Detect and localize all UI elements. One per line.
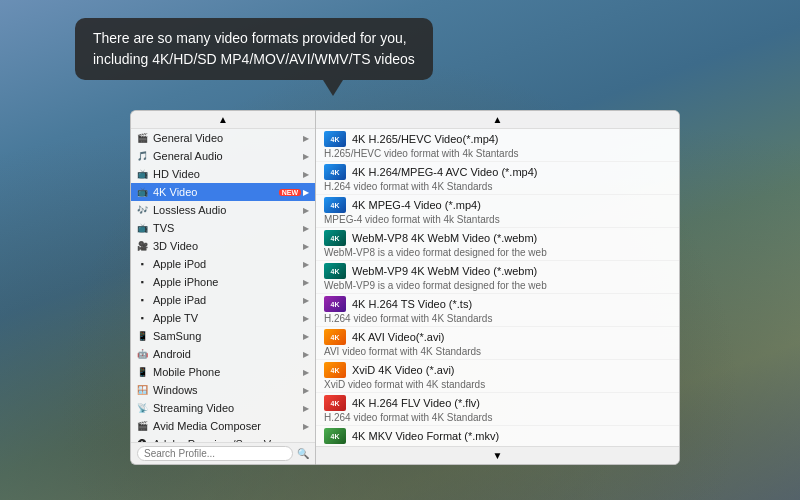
- thumbnail-flv: 4K: [324, 395, 346, 411]
- left-item-samsung[interactable]: 📱SamSung▶: [131, 327, 315, 345]
- right-item-title-row-h265: 4K4K H.265/HEVC Video(*.mp4): [324, 131, 671, 147]
- thumbnail-avi: 4K: [324, 329, 346, 345]
- thumbnail-ts: 4K: [324, 296, 346, 312]
- right-item-title-row-mkv: 4K4K MKV Video Format (*.mkv): [324, 428, 671, 444]
- right-item-title-webm-vp8: WebM-VP8 4K WebM Video (*.webm): [352, 232, 537, 244]
- arrow-icon-apple-ipad: ▶: [303, 296, 309, 305]
- up-chevron-right-icon: ▲: [493, 114, 503, 125]
- search-icon: 🔍: [297, 448, 309, 459]
- film-icon: 🎬: [135, 131, 149, 145]
- right-item-title-row-ts: 4K4K H.264 TS Video (*.ts): [324, 296, 671, 312]
- right-item-title-h265: 4K H.265/HEVC Video(*.mp4): [352, 133, 499, 145]
- right-item-webm-vp9[interactable]: 4KWebM-VP9 4K WebM Video (*.webm)WebM-VP…: [316, 261, 679, 294]
- avid-icon: 🎬: [135, 419, 149, 433]
- left-item-adobe[interactable]: 🅐Adobe Premiere/Sony Vegas▶: [131, 435, 315, 442]
- left-item-label-4k-video: 4K Video: [153, 186, 276, 198]
- right-item-desc-avi: AVI video format with 4K Standards: [324, 346, 671, 357]
- arrow-icon-hd-video: ▶: [303, 170, 309, 179]
- left-panel: ▲ 🎬General Video▶🎵General Audio▶📺HD Vide…: [130, 110, 315, 465]
- search-bar: 🔍: [131, 442, 315, 464]
- tooltip-bubble: There are so many video formats provided…: [75, 18, 433, 80]
- right-item-title-row-webm-vp9: 4KWebM-VP9 4K WebM Video (*.webm): [324, 263, 671, 279]
- apple-icon: ▪: [135, 311, 149, 325]
- left-item-general-video[interactable]: 🎬General Video▶: [131, 129, 315, 147]
- arrow-icon-android: ▶: [303, 350, 309, 359]
- android-icon: 🤖: [135, 347, 149, 361]
- right-item-ts[interactable]: 4K4K H.264 TS Video (*.ts)H.264 video fo…: [316, 294, 679, 327]
- right-panel-items: 4K4K H.265/HEVC Video(*.mp4)H.265/HEVC v…: [316, 129, 679, 446]
- left-item-label-lossless-audio: Lossless Audio: [153, 204, 301, 216]
- left-item-apple-tv[interactable]: ▪Apple TV▶: [131, 309, 315, 327]
- left-item-label-apple-tv: Apple TV: [153, 312, 301, 324]
- windows-icon: 🪟: [135, 383, 149, 397]
- thumbnail-webm-vp8: 4K: [324, 230, 346, 246]
- arrow-icon-4k-video: ▶: [303, 188, 309, 197]
- right-item-avi[interactable]: 4K4K AVI Video(*.avi)AVI video format wi…: [316, 327, 679, 360]
- arrow-icon-general-video: ▶: [303, 134, 309, 143]
- samsung-icon: 📱: [135, 329, 149, 343]
- left-item-apple-ipad[interactable]: ▪Apple iPad▶: [131, 291, 315, 309]
- right-item-desc-mpeg4: MPEG-4 video format with 4k Stantards: [324, 214, 671, 225]
- left-item-label-tvs: TVS: [153, 222, 301, 234]
- down-chevron-right-icon: ▼: [493, 450, 503, 461]
- arrow-icon-samsung: ▶: [303, 332, 309, 341]
- left-item-label-general-video: General Video: [153, 132, 301, 144]
- left-item-general-audio[interactable]: 🎵General Audio▶: [131, 147, 315, 165]
- right-item-title-row-webm-vp8: 4KWebM-VP8 4K WebM Video (*.webm): [324, 230, 671, 246]
- up-chevron-icon: ▲: [218, 114, 228, 125]
- right-item-webm-vp8[interactable]: 4KWebM-VP8 4K WebM Video (*.webm)WebM-VP…: [316, 228, 679, 261]
- left-item-lossless-audio[interactable]: 🎶Lossless Audio▶: [131, 201, 315, 219]
- right-item-h265[interactable]: 4K4K H.265/HEVC Video(*.mp4)H.265/HEVC v…: [316, 129, 679, 162]
- thumbnail-webm-vp9: 4K: [324, 263, 346, 279]
- right-item-desc-ts: H.264 video format with 4K Standards: [324, 313, 671, 324]
- left-item-mobile-phone[interactable]: 📱Mobile Phone▶: [131, 363, 315, 381]
- arrow-icon-avid: ▶: [303, 422, 309, 431]
- left-item-label-3d-video: 3D Video: [153, 240, 301, 252]
- left-item-hd-video[interactable]: 📺HD Video▶: [131, 165, 315, 183]
- left-item-apple-iphone[interactable]: ▪Apple iPhone▶: [131, 273, 315, 291]
- arrow-icon-adobe: ▶: [303, 440, 309, 443]
- apple-icon: ▪: [135, 257, 149, 271]
- phone-icon: 📱: [135, 365, 149, 379]
- arrow-icon-apple-tv: ▶: [303, 314, 309, 323]
- search-input[interactable]: [137, 446, 293, 461]
- left-item-tvs[interactable]: 📺TVS▶: [131, 219, 315, 237]
- left-item-apple-ipod[interactable]: ▪Apple iPod▶: [131, 255, 315, 273]
- left-scroll-up[interactable]: ▲: [131, 111, 315, 129]
- left-item-streaming-video[interactable]: 📡Streaming Video▶: [131, 399, 315, 417]
- left-item-label-hd-video: HD Video: [153, 168, 301, 180]
- stream-icon: 📡: [135, 401, 149, 415]
- right-item-mpeg4[interactable]: 4K4K MPEG-4 Video (*.mp4)MPEG-4 video fo…: [316, 195, 679, 228]
- left-item-label-adobe: Adobe Premiere/Sony Vegas: [153, 438, 301, 442]
- right-item-desc-flv: H.264 video format with 4K Standards: [324, 412, 671, 423]
- right-item-desc-h264-avc: H.264 video format with 4K Standards: [324, 181, 671, 192]
- right-item-title-avi: 4K AVI Video(*.avi): [352, 331, 445, 343]
- right-scroll-down[interactable]: ▼: [316, 446, 679, 464]
- left-item-label-avid: Avid Media Composer: [153, 420, 301, 432]
- right-item-title-xvid: XviD 4K Video (*.avi): [352, 364, 455, 376]
- left-item-4k-video[interactable]: 📺4K VideoNEW▶: [131, 183, 315, 201]
- arrow-icon-3d-video: ▶: [303, 242, 309, 251]
- left-item-windows[interactable]: 🪟Windows▶: [131, 381, 315, 399]
- right-item-title-row-h264-avc: 4K4K H.264/MPEG-4 AVC Video (*.mp4): [324, 164, 671, 180]
- thumbnail-h265: 4K: [324, 131, 346, 147]
- thumbnail-xvid: 4K: [324, 362, 346, 378]
- right-item-h264-avc[interactable]: 4K4K H.264/MPEG-4 AVC Video (*.mp4)H.264…: [316, 162, 679, 195]
- right-item-flv[interactable]: 4K4K H.264 FLV Video (*.flv)H.264 video …: [316, 393, 679, 426]
- left-item-label-apple-iphone: Apple iPhone: [153, 276, 301, 288]
- left-item-label-apple-ipad: Apple iPad: [153, 294, 301, 306]
- right-item-xvid[interactable]: 4KXviD 4K Video (*.avi)XviD video format…: [316, 360, 679, 393]
- thumbnail-mkv: 4K: [324, 428, 346, 444]
- left-item-avid[interactable]: 🎬Avid Media Composer▶: [131, 417, 315, 435]
- arrow-icon-lossless-audio: ▶: [303, 206, 309, 215]
- left-item-label-android: Android: [153, 348, 301, 360]
- arrow-icon-apple-ipod: ▶: [303, 260, 309, 269]
- right-item-mkv[interactable]: 4K4K MKV Video Format (*.mkv)MKV video f…: [316, 426, 679, 446]
- right-item-title-mpeg4: 4K MPEG-4 Video (*.mp4): [352, 199, 481, 211]
- left-item-android[interactable]: 🤖Android▶: [131, 345, 315, 363]
- adobe-icon: 🅐: [135, 437, 149, 442]
- arrow-icon-general-audio: ▶: [303, 152, 309, 161]
- right-scroll-up[interactable]: ▲: [316, 111, 679, 129]
- left-item-3d-video[interactable]: 🎥3D Video▶: [131, 237, 315, 255]
- arrow-icon-apple-iphone: ▶: [303, 278, 309, 287]
